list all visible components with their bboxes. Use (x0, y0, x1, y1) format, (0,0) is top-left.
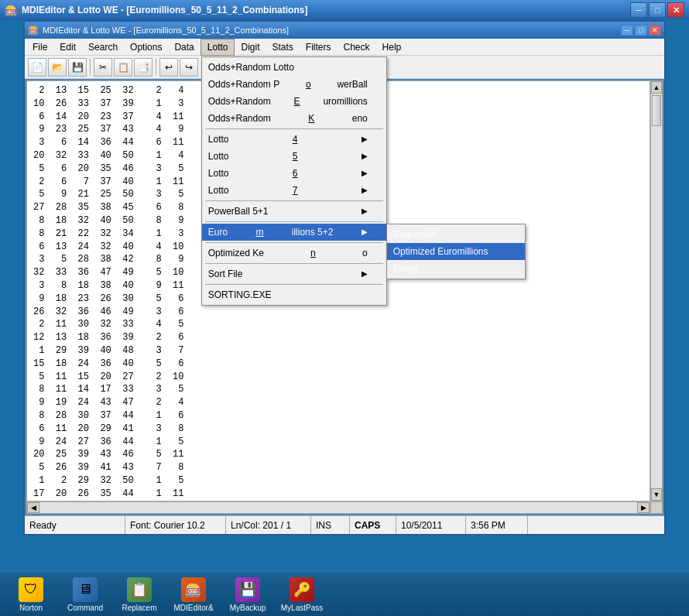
horizontal-scrollbar[interactable]: ◀ ▶ (26, 501, 650, 514)
inner-close-button[interactable]: ✕ (649, 25, 661, 36)
separator-4 (205, 242, 383, 243)
toolbar-save[interactable]: 💾 (68, 58, 87, 77)
menu-bar: File Edit Search Options Data Lotto Odds… (25, 39, 664, 56)
menu-filters[interactable]: Filters (300, 39, 338, 56)
separator-1 (205, 128, 383, 129)
window-title: MDIEditor & Lotto WE - [Euromillions_50_… (22, 5, 630, 15)
lotto-dropdown: Odds+Random Lotto Odds+Random PowerBall … (201, 56, 387, 306)
menu-edit[interactable]: Edit (53, 39, 82, 56)
scroll-right-button[interactable]: ▶ (637, 502, 650, 513)
menu-lotto-6[interactable]: Lotto 6▶ (202, 165, 386, 182)
toolbar-undo[interactable]: ↩ (159, 58, 178, 77)
submenu-sequential[interactable]: Sequential (387, 226, 525, 243)
content-line: 9 24 27 36 44 1 5 (33, 436, 643, 449)
menu-lotto[interactable]: Lotto Odds+Random Lotto Odds+Random Powe… (201, 39, 235, 56)
taskbar-norton[interactable]: 🛡 Norton (6, 577, 56, 612)
content-line: 9 19 24 43 47 2 4 (33, 396, 643, 409)
taskbar: 🛡 Norton 🖥 Command 📋 Replacem 🎰 MDIEdito… (0, 573, 689, 616)
mybackup-label: MyBackup (230, 604, 266, 612)
command-label: Command (67, 604, 103, 612)
inner-app-icon: 🎰 (28, 25, 39, 36)
content-line: 5 26 39 41 43 7 8 (33, 461, 643, 474)
content-line: 8 28 30 37 44 1 6 (33, 409, 643, 423)
submenu-purge[interactable]: Purge (387, 260, 525, 277)
mylastpass-label: MyLastPass (281, 604, 323, 612)
menu-sort-file[interactable]: Sort File▶ (202, 265, 386, 282)
app-icon: 🎰 (5, 4, 17, 16)
status-position: Ln/Col: 201 / 1 (226, 516, 311, 534)
menu-stats[interactable]: Stats (266, 39, 300, 56)
scroll-down-button[interactable]: ▼ (651, 488, 662, 501)
menu-lotto-5[interactable]: Lotto 5▶ (202, 148, 386, 165)
inner-window-controls: ─ □ ✕ (621, 25, 661, 36)
scrollbar-corner (650, 501, 663, 514)
toolbar-sep-2 (156, 59, 156, 76)
menu-lotto-7[interactable]: Lotto 7▶ (202, 182, 386, 199)
toolbar-new[interactable]: 📄 (28, 58, 46, 77)
menu-help[interactable]: Help (376, 39, 408, 56)
lotto-menu: Odds+Random Lotto Odds+Random PowerBall … (201, 56, 387, 306)
mdieditor-label: MDIEditor& (173, 604, 213, 612)
separator-6 (205, 284, 383, 285)
scroll-left-button[interactable]: ◀ (27, 502, 39, 513)
minimize-button[interactable]: ─ (630, 2, 647, 18)
menu-odds-random-powerball[interactable]: Odds+Random PowerBall (202, 76, 386, 93)
separator-5 (205, 263, 383, 264)
content-line: 1 29 39 40 48 3 7 (33, 344, 643, 358)
command-icon: 🖥 (73, 577, 98, 602)
menu-powerball-5plus1[interactable]: PowerBall 5+1▶ (202, 203, 386, 220)
toolbar-cut[interactable]: ✂ (94, 58, 112, 77)
maximize-button[interactable]: □ (649, 2, 666, 18)
taskbar-command[interactable]: 🖥 Command (60, 577, 110, 612)
content-line: 20 25 39 43 46 5 11 (33, 448, 643, 461)
submenu-optimized-euromillions[interactable]: Optimized Euromillions (387, 243, 525, 260)
content-line: 8 11 14 17 33 3 5 (33, 383, 643, 396)
toolbar-paste[interactable]: 📑 (134, 58, 153, 77)
vertical-scrollbar[interactable]: ▲ ▼ (650, 80, 663, 501)
status-date: 10/5/2011 (396, 516, 466, 534)
content-line: 5 11 15 20 27 2 10 (33, 371, 643, 384)
inner-title-bar: 🎰 MDIEditor & Lotto WE - [Euromillions_5… (25, 22, 664, 39)
scroll-thumb[interactable] (652, 95, 661, 126)
content-line: 6 11 20 29 41 3 8 (33, 423, 643, 436)
menu-file[interactable]: File (26, 39, 53, 56)
taskbar-replacem[interactable]: 📋 Replacem (115, 577, 164, 612)
content-line: 12 13 18 36 39 2 6 (33, 331, 643, 344)
menu-sorting-exe[interactable]: SORTING.EXE (202, 286, 386, 303)
menu-lotto-4[interactable]: Lotto 4▶ (202, 131, 386, 148)
separator-2 (205, 200, 383, 201)
toolbar-open[interactable]: 📂 (48, 58, 67, 77)
menu-options[interactable]: Options (124, 39, 168, 56)
menu-search[interactable]: Search (82, 39, 124, 56)
content-line: 3 6 19 28 46 4 9 (33, 501, 643, 501)
menu-odds-random-euromillions[interactable]: Odds+Random Euromillions (202, 93, 386, 110)
status-ins: INS (311, 516, 350, 534)
menu-odds-random-lotto[interactable]: Odds+Random Lotto (202, 59, 386, 76)
taskbar-mybackup[interactable]: 💾 MyBackup (223, 577, 273, 612)
content-line: 1 2 29 32 50 1 5 (33, 474, 643, 488)
toolbar-sep-1 (90, 59, 91, 76)
toolbar-redo[interactable]: ↪ (180, 58, 198, 77)
inner-maximize-button[interactable]: □ (635, 25, 647, 36)
inner-minimize-button[interactable]: ─ (621, 25, 633, 36)
menu-digit[interactable]: Digit (235, 39, 266, 56)
mylastpass-icon: 🔑 (290, 577, 314, 602)
scroll-up-button[interactable]: ▲ (651, 81, 662, 94)
norton-icon: 🛡 (19, 577, 43, 602)
status-caps: CAPS (350, 516, 396, 534)
menu-data[interactable]: Data (168, 39, 200, 56)
euromillions-submenu: Sequential Optimized Euromillions Purge (386, 224, 526, 279)
menu-optimized-keno[interactable]: Optimized Keno (202, 245, 386, 262)
status-font: Font: Courier 10.2 (125, 516, 226, 534)
menu-check[interactable]: Check (338, 39, 376, 56)
taskbar-mdieditor[interactable]: 🎰 MDIEditor& (169, 577, 218, 612)
toolbar-copy[interactable]: 📋 (114, 58, 132, 77)
taskbar-mylastpass[interactable]: 🔑 MyLastPass (277, 577, 327, 612)
close-button[interactable]: ✕ (667, 2, 684, 18)
window-controls: ─ □ ✕ (630, 2, 684, 18)
replacem-label: Replacem (122, 604, 156, 612)
status-time: 3:56 PM (466, 516, 528, 534)
menu-euromillions-5plus2[interactable]: Euromillions 5+2▶ Sequential Optimized E… (202, 224, 386, 241)
replacem-icon: 📋 (127, 577, 152, 602)
menu-odds-random-keno[interactable]: Odds+Random Keno (202, 110, 386, 127)
